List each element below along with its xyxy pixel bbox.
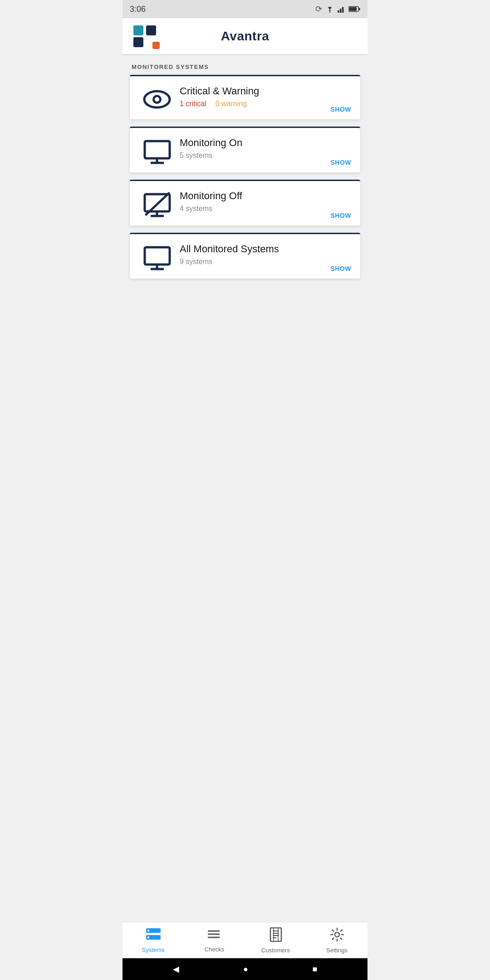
card-subtitle-monitoring-off: 4 systems	[180, 205, 351, 213]
monitoring-on-card[interactable]: Monitoring On 5 systems SHOW	[130, 127, 360, 172]
card-icon-all-systems	[139, 245, 175, 271]
svg-rect-2	[340, 9, 342, 13]
svg-rect-22	[145, 247, 170, 265]
card-title-monitoring-off: Monitoring Off	[180, 190, 351, 202]
card-status-row: 1 critical 0 warning	[180, 100, 351, 108]
cards-container: Critical & Warning 1 critical 0 warning …	[122, 75, 368, 279]
svg-rect-1	[338, 10, 339, 13]
card-subtitle-monitoring-on: 5 systems	[180, 152, 351, 160]
app-logo	[132, 24, 163, 49]
svg-rect-8	[133, 25, 143, 35]
app-title: Avantra	[163, 29, 327, 44]
card-icon-eye	[139, 87, 175, 112]
show-button-all-systems[interactable]: SHOW	[330, 265, 351, 272]
sync-icon: ⟳	[315, 4, 322, 14]
svg-point-0	[329, 11, 331, 13]
svg-rect-7	[349, 7, 357, 11]
monitoring-off-card[interactable]: Monitoring Off 4 systems SHOW	[130, 180, 360, 225]
battery-icon	[348, 6, 360, 12]
show-button-critical[interactable]: SHOW	[330, 106, 351, 113]
status-time: 3:06	[130, 5, 146, 14]
status-icons: ⟳	[315, 4, 360, 14]
show-button-monitoring-on[interactable]: SHOW	[330, 159, 351, 166]
svg-rect-10	[133, 37, 143, 47]
card-content-monitoring-on: Monitoring On 5 systems	[175, 137, 351, 160]
wifi-icon	[325, 5, 335, 13]
svg-rect-11	[152, 42, 160, 49]
svg-rect-15	[145, 141, 170, 158]
app-header: Avantra	[122, 18, 368, 54]
warning-count: 0 warning	[216, 100, 247, 108]
card-icon-monitor-off	[139, 192, 175, 218]
card-title-all-systems: All Monitored Systems	[180, 243, 351, 255]
show-button-monitoring-off[interactable]: SHOW	[330, 212, 351, 219]
card-title-monitoring-on: Monitoring On	[180, 137, 351, 149]
critical-warning-card[interactable]: Critical & Warning 1 critical 0 warning …	[130, 75, 360, 119]
svg-rect-4	[344, 5, 346, 13]
svg-rect-9	[146, 25, 156, 35]
svg-rect-3	[342, 7, 344, 13]
card-content-monitoring-off: Monitoring Off 4 systems	[175, 190, 351, 213]
signal-icon	[338, 5, 346, 13]
card-title-critical: Critical & Warning	[180, 85, 351, 97]
card-content-critical: Critical & Warning 1 critical 0 warning	[175, 85, 351, 108]
section-header: MONITORED SYSTEMS	[122, 54, 368, 75]
card-content-all-systems: All Monitored Systems 9 systems	[175, 243, 351, 266]
critical-count: 1 critical	[180, 100, 206, 108]
card-icon-monitor-on	[139, 139, 175, 165]
svg-rect-6	[359, 8, 360, 10]
logo-svg	[132, 24, 163, 49]
all-systems-card[interactable]: All Monitored Systems 9 systems SHOW	[130, 233, 360, 279]
svg-point-14	[155, 97, 159, 102]
card-subtitle-all-systems: 9 systems	[180, 258, 351, 266]
status-bar: 3:06 ⟳	[122, 0, 368, 18]
